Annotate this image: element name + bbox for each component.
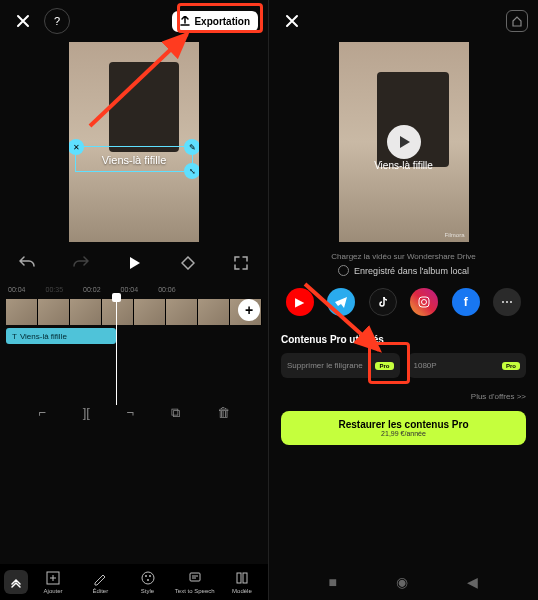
tool-label: Text to Speech bbox=[175, 588, 215, 594]
thumb bbox=[6, 299, 38, 325]
btn-label: Supprimer le filigrane bbox=[287, 361, 363, 370]
radio-icon bbox=[338, 265, 349, 276]
more-offers-link[interactable]: Plus d'offres >> bbox=[269, 386, 538, 407]
timeline[interactable]: + T Viens-là fifille bbox=[0, 295, 268, 355]
redo-button[interactable] bbox=[68, 250, 94, 276]
svg-point-2 bbox=[142, 572, 154, 584]
tool-label: Modèle bbox=[232, 588, 252, 594]
pro-section: Contenus Pro utilisés Supprimer le filig… bbox=[269, 326, 538, 386]
thumb bbox=[70, 299, 102, 325]
add-clip-button[interactable]: + bbox=[238, 299, 260, 321]
play-button[interactable] bbox=[121, 250, 147, 276]
timecode-ruler: 00:04 00:35 00:02 00:04 00:06 bbox=[0, 284, 268, 295]
export-preview[interactable]: Viens-là fifille Filmora bbox=[339, 42, 469, 242]
clip-thumbnails[interactable] bbox=[6, 299, 262, 325]
export-panel: Viens-là fifille Filmora Chargez la vidé… bbox=[269, 0, 538, 600]
restore-button[interactable]: Restaurer les contenus Pro 21,99 €/année bbox=[281, 411, 526, 445]
thumb bbox=[102, 299, 134, 325]
topbar: ? Exportation bbox=[0, 0, 268, 42]
time-mark: 00:04 bbox=[121, 286, 139, 293]
playhead[interactable] bbox=[116, 295, 117, 405]
facebook-icon[interactable]: f bbox=[452, 288, 480, 316]
time-mark: 00:06 bbox=[158, 286, 176, 293]
resolution-button[interactable]: 1080P Pro bbox=[408, 353, 527, 378]
overlay-text[interactable]: Viens-là fifille bbox=[79, 154, 189, 166]
edit-tool[interactable]: Éditer bbox=[78, 570, 122, 594]
preview-subject bbox=[109, 62, 179, 152]
instagram-icon[interactable] bbox=[410, 288, 438, 316]
telegram-icon[interactable] bbox=[327, 288, 355, 316]
pro-row: Supprimer le filigrane Pro 1080P Pro bbox=[281, 353, 526, 378]
svg-rect-8 bbox=[243, 573, 247, 583]
text-clip[interactable]: T Viens-là fifille bbox=[6, 328, 116, 344]
clip-edit-row: ⌐ ][ ¬ ⧉ 🗑 bbox=[0, 397, 268, 429]
tiktok-icon[interactable] bbox=[369, 288, 397, 316]
tool-label: Éditer bbox=[92, 588, 108, 594]
split-icon[interactable]: ][ bbox=[83, 405, 90, 421]
fullscreen-button[interactable] bbox=[228, 250, 254, 276]
play-icon[interactable] bbox=[387, 125, 421, 159]
thumb bbox=[134, 299, 166, 325]
thumb bbox=[38, 299, 70, 325]
export-button[interactable]: Exportation bbox=[172, 11, 258, 32]
bottom-toolbar: Ajouter Éditer Style Text to Speech Modè… bbox=[0, 564, 268, 600]
time-mark: 00:02 bbox=[83, 286, 101, 293]
split-left-icon[interactable]: ⌐ bbox=[38, 405, 46, 421]
save-local-label: Enregistré dans l'album local bbox=[354, 266, 469, 276]
youtube-icon[interactable]: ▶ bbox=[286, 288, 314, 316]
delete-icon[interactable]: 🗑 bbox=[217, 405, 230, 421]
svg-rect-6 bbox=[190, 573, 200, 581]
nav-home-icon[interactable]: ◉ bbox=[396, 574, 408, 590]
more-share-icon[interactable]: ⋯ bbox=[493, 288, 521, 316]
editor-panel: ? Exportation ✕ ✎ ⤡ Viens-là fifille 00:… bbox=[0, 0, 269, 600]
keyframe-button[interactable] bbox=[175, 250, 201, 276]
delete-handle-icon[interactable]: ✕ bbox=[69, 139, 84, 155]
thumb bbox=[166, 299, 198, 325]
close-button[interactable] bbox=[10, 8, 36, 34]
export-label: Exportation bbox=[194, 16, 250, 27]
share-row: ▶ f ⋯ bbox=[269, 284, 538, 326]
pro-title: Contenus Pro utilisés bbox=[281, 334, 526, 345]
svg-point-10 bbox=[422, 300, 427, 305]
pro-badge: Pro bbox=[502, 362, 520, 370]
time-total: 00:35 bbox=[46, 286, 64, 293]
nav-back-icon[interactable]: ◀ bbox=[467, 574, 478, 590]
topbar bbox=[269, 0, 538, 42]
undo-button[interactable] bbox=[14, 250, 40, 276]
pro-badge: Pro bbox=[375, 362, 393, 370]
video-preview[interactable]: ✕ ✎ ⤡ Viens-là fifille bbox=[69, 42, 199, 242]
svg-rect-9 bbox=[419, 297, 429, 307]
tts-tool[interactable]: Text to Speech bbox=[173, 570, 217, 594]
help-button[interactable]: ? bbox=[44, 8, 70, 34]
svg-point-3 bbox=[145, 575, 147, 577]
android-nav: ■ ◉ ◀ bbox=[269, 564, 538, 600]
tool-label: Style bbox=[141, 588, 154, 594]
copy-icon[interactable]: ⧉ bbox=[171, 405, 180, 421]
restore-title: Restaurer les contenus Pro bbox=[289, 419, 518, 430]
split-right-icon[interactable]: ¬ bbox=[127, 405, 135, 421]
btn-label: 1080P bbox=[414, 361, 437, 370]
nav-recent-icon[interactable]: ■ bbox=[329, 574, 337, 590]
style-tool[interactable]: Style bbox=[125, 570, 169, 594]
expand-button[interactable] bbox=[4, 570, 28, 594]
overlay-text: Viens-là fifille bbox=[339, 160, 469, 171]
model-tool[interactable]: Modèle bbox=[220, 570, 264, 594]
add-tool[interactable]: Ajouter bbox=[31, 570, 75, 594]
svg-point-4 bbox=[149, 575, 151, 577]
text-clip-label: Viens-là fifille bbox=[20, 332, 67, 341]
thumb bbox=[198, 299, 230, 325]
upload-info: Chargez la vidéo sur Wondershare Drive bbox=[269, 250, 538, 263]
text-clip-icon: T bbox=[12, 332, 17, 341]
tool-label: Ajouter bbox=[44, 588, 63, 594]
svg-rect-7 bbox=[237, 573, 241, 583]
playback-bar bbox=[0, 242, 268, 284]
close-button[interactable] bbox=[279, 8, 305, 34]
svg-point-5 bbox=[147, 579, 149, 581]
home-button[interactable] bbox=[506, 10, 528, 32]
edit-handle-icon[interactable]: ✎ bbox=[184, 139, 199, 155]
save-local-option[interactable]: Enregistré dans l'album local bbox=[269, 263, 538, 284]
time-current: 00:04 bbox=[8, 286, 26, 293]
watermark: Filmora bbox=[444, 232, 464, 238]
remove-watermark-button[interactable]: Supprimer le filigrane Pro bbox=[281, 353, 400, 378]
restore-price: 21,99 €/année bbox=[289, 430, 518, 437]
